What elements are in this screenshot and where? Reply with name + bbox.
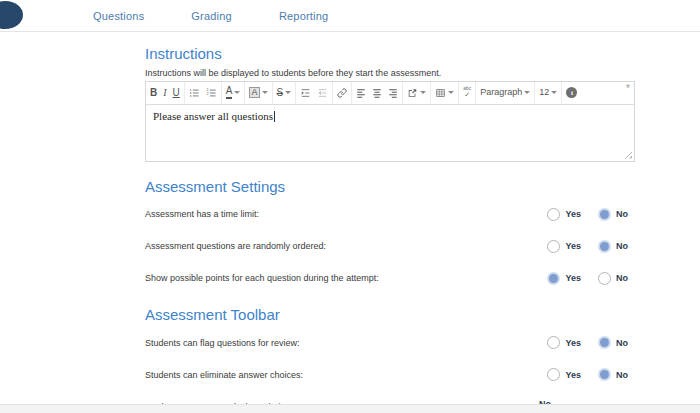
radio-option-no[interactable]: No <box>598 240 628 253</box>
tabs: Questions Grading Reporting <box>93 10 328 22</box>
resize-handle[interactable] <box>624 151 632 159</box>
radio-option-label: No <box>616 273 628 283</box>
setting-label: Show possible points for each question d… <box>145 273 379 283</box>
radio-option-yes[interactable]: Yes <box>547 336 581 349</box>
align-left-icon[interactable] <box>356 88 366 98</box>
text-cursor <box>274 111 275 122</box>
radio-option-yes[interactable]: Yes <box>547 368 581 381</box>
instructions-heading: Instructions <box>145 46 635 63</box>
setting-row-show-points: Show possible points for each question d… <box>145 262 635 294</box>
radio-icon[interactable] <box>547 240 560 253</box>
chevron-down-icon <box>448 91 454 94</box>
setting-label: Students can eliminate answer choices: <box>145 370 303 380</box>
nav-circle-button[interactable] <box>0 1 23 29</box>
link-group <box>333 82 352 104</box>
radio-option-label: Yes <box>565 370 581 380</box>
chevron-down-icon <box>551 91 557 94</box>
setting-row-eliminate-choices: Students can eliminate answer choices: Y… <box>145 359 635 391</box>
paragraph-group: Paragraph <box>476 82 535 104</box>
strikethrough-glyph: S <box>277 88 284 98</box>
align-group <box>352 82 403 104</box>
format-group: B I U <box>146 82 185 104</box>
rich-text-editor: B I U 12 A A <box>145 81 635 162</box>
info-group: i <box>562 82 581 104</box>
paragraph-format-dropdown[interactable]: Paragraph <box>480 88 530 97</box>
align-center-icon[interactable] <box>372 88 382 98</box>
underline-button[interactable]: U <box>173 88 180 98</box>
radio-option-yes[interactable]: Yes <box>547 272 581 285</box>
info-icon[interactable]: i <box>566 87 577 98</box>
yes-no-radio-group: Yes No <box>547 272 635 285</box>
table-group <box>431 82 459 104</box>
tab-reporting[interactable]: Reporting <box>279 10 329 22</box>
chevron-down-icon <box>234 91 240 94</box>
setting-row-flag-questions: Students can flag questions for review: … <box>145 327 635 359</box>
forecolor-group: A <box>222 82 246 104</box>
setting-label: Assessment questions are randomly ordere… <box>145 241 326 251</box>
background-color-button[interactable]: A <box>249 87 267 98</box>
strike-group: S <box>273 82 297 104</box>
radio-option-yes[interactable]: Yes <box>547 208 581 221</box>
instructions-help-text: Instructions will be displayed to studen… <box>145 68 635 78</box>
indent-group <box>296 82 333 104</box>
setting-row-random-order: Assessment questions are randomly ordere… <box>145 230 635 262</box>
radio-option-label: No <box>616 338 628 348</box>
tab-grading[interactable]: Grading <box>191 10 232 22</box>
assessment-toolbar-rows: Students can flag questions for review: … <box>145 327 635 413</box>
chevron-down-icon <box>420 91 426 94</box>
radio-option-no[interactable]: No <box>598 208 628 221</box>
radio-icon[interactable] <box>547 272 560 285</box>
editor-toolbar: B I U 12 A A <box>146 82 634 105</box>
radio-icon[interactable] <box>598 272 611 285</box>
font-size-value: 12 <box>539 88 549 97</box>
radio-option-label: No <box>616 241 628 251</box>
chevron-down-icon <box>262 91 268 94</box>
paragraph-format-value: Paragraph <box>480 88 522 97</box>
setting-label: Students can flag questions for review: <box>145 338 300 348</box>
table-icon[interactable] <box>435 88 454 98</box>
background-color-glyph: A <box>249 87 259 98</box>
info-glyph: i <box>571 89 573 97</box>
spellcheck-icon[interactable]: abc ✓ <box>463 87 471 98</box>
spellcheck-group: abc ✓ <box>459 82 476 104</box>
bold-button[interactable]: B <box>150 88 157 98</box>
settings-panel: Instructions Instructions will be displa… <box>145 31 635 413</box>
link-icon[interactable] <box>337 88 347 98</box>
radio-icon[interactable] <box>547 208 560 221</box>
radio-option-no[interactable]: No <box>598 272 628 285</box>
radio-icon[interactable] <box>547 368 560 381</box>
insert-content-icon[interactable] <box>407 88 426 98</box>
radio-option-label: Yes <box>565 209 581 219</box>
setting-label: Assessment has a time limit: <box>145 209 259 219</box>
assessment-settings-rows: Assessment has a time limit: Yes No Asse… <box>145 198 635 294</box>
align-right-icon[interactable] <box>388 88 398 98</box>
radio-option-no[interactable]: No <box>598 336 628 349</box>
top-tab-bar: Questions Grading Reporting <box>0 0 700 32</box>
radio-icon[interactable] <box>598 368 611 381</box>
bullet-list-icon[interactable] <box>189 88 200 98</box>
radio-option-yes[interactable]: Yes <box>547 240 581 253</box>
numbered-list-icon[interactable]: 12 <box>206 88 217 98</box>
radio-icon[interactable] <box>547 336 560 349</box>
font-size-dropdown[interactable]: 12 <box>539 88 557 97</box>
radio-option-no[interactable]: No <box>598 368 628 381</box>
radio-icon[interactable] <box>598 208 611 221</box>
outdent-icon[interactable] <box>317 88 328 98</box>
font-color-button[interactable]: A <box>226 86 241 99</box>
radio-option-label: Yes <box>565 338 581 348</box>
svg-text:2: 2 <box>206 92 208 96</box>
indent-icon[interactable] <box>300 88 311 98</box>
radio-option-label: Yes <box>565 241 581 251</box>
tab-questions[interactable]: Questions <box>93 10 144 22</box>
editor-content-area[interactable]: Please answer all questions <box>146 105 634 161</box>
yes-no-radio-group: Yes No <box>547 240 635 253</box>
font-color-glyph: A <box>226 86 233 99</box>
chevron-down-icon <box>524 91 530 94</box>
radio-icon[interactable] <box>598 240 611 253</box>
strikethrough-button[interactable]: S <box>277 88 292 98</box>
bottom-strip <box>0 404 700 413</box>
list-group: 12 <box>185 82 222 104</box>
italic-button[interactable]: I <box>163 88 166 98</box>
radio-icon[interactable] <box>598 336 611 349</box>
spellcheck-checkmark: ✓ <box>464 91 470 98</box>
